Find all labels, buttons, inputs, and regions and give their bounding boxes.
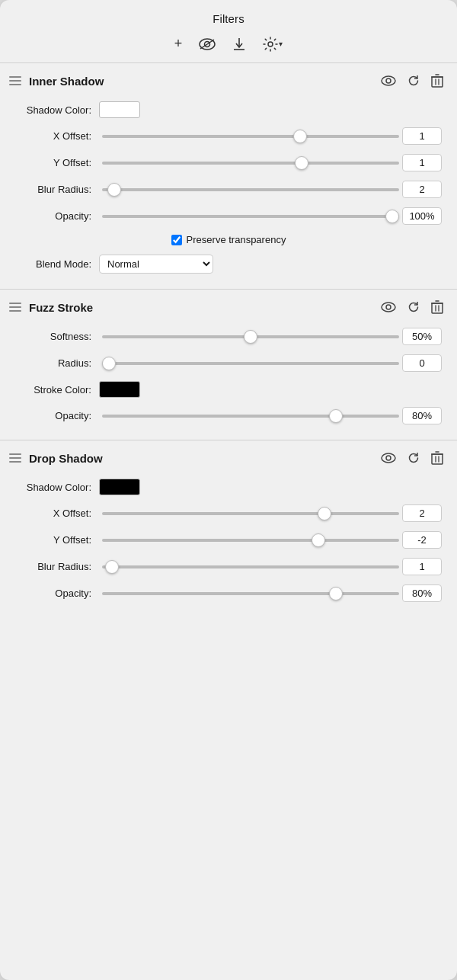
- svg-point-7: [386, 78, 391, 83]
- gear-icon: [263, 37, 278, 52]
- fuzz-radius-value[interactable]: [402, 354, 442, 372]
- drop-shadow-reset-button[interactable]: [405, 450, 422, 466]
- drop-shadow-x-value[interactable]: [402, 504, 442, 522]
- drag-handle-fuzz-stroke[interactable]: [9, 303, 21, 312]
- fuzz-radius-slider-wrap: [99, 362, 402, 365]
- preserve-transparency-checkbox[interactable]: [171, 235, 182, 245]
- inner-shadow-x-slider[interactable]: [102, 135, 399, 138]
- add-icon: +: [174, 36, 183, 52]
- inner-shadow-opacity-row: Opacity:: [0, 203, 457, 229]
- gear-button[interactable]: ▾: [260, 35, 286, 53]
- drop-shadow-opacity-slider-wrap: [99, 592, 402, 595]
- download-button[interactable]: [229, 36, 249, 53]
- inner-shadow-icons: [379, 72, 445, 89]
- toolbar: + ▾: [0, 30, 457, 62]
- drop-shadow-color-row: Shadow Color:: [0, 474, 457, 500]
- drop-shadow-y-label: Y Offset:: [15, 534, 99, 546]
- fuzz-stroke-title: Fuzz Stroke: [29, 301, 379, 314]
- panel-title: Filters: [0, 0, 457, 30]
- drop-shadow-opacity-value[interactable]: [402, 584, 442, 602]
- inner-shadow-blur-label: Blur Radius:: [15, 184, 99, 195]
- fuzz-stroke-header: Fuzz Stroke: [0, 290, 457, 323]
- fuzz-stroke-section: Fuzz Stroke: [0, 289, 457, 440]
- fuzz-opacity-value[interactable]: [402, 407, 442, 424]
- drop-shadow-section: Drop Shadow: [0, 440, 457, 617]
- filters-panel: Filters + ▾: [0, 0, 457, 980]
- drag-handle-drop-shadow[interactable]: [9, 453, 21, 463]
- inner-shadow-color-row: Shadow Color:: [0, 97, 457, 123]
- inner-shadow-x-value[interactable]: [402, 127, 442, 145]
- inner-shadow-visibility-button[interactable]: [379, 74, 398, 88]
- blend-mode-row: Blend Mode: Normal Multiply Screen Overl…: [0, 250, 457, 278]
- fuzz-softness-slider[interactable]: [102, 335, 399, 338]
- fuzz-opacity-label: Opacity:: [15, 410, 99, 421]
- reset-icon: [407, 451, 420, 465]
- inner-shadow-color-swatch[interactable]: [99, 101, 140, 118]
- inner-shadow-blur-value[interactable]: [402, 181, 442, 198]
- fuzz-softness-slider-wrap: [99, 335, 402, 338]
- inner-shadow-y-slider[interactable]: [102, 162, 399, 165]
- inner-shadow-delete-button[interactable]: [430, 72, 445, 89]
- fuzz-softness-row: Softness:: [0, 323, 457, 350]
- inner-shadow-x-slider-wrap: [99, 135, 402, 138]
- trash-icon: [431, 74, 443, 88]
- fuzz-opacity-row: Opacity:: [0, 402, 457, 429]
- reset-icon: [407, 300, 420, 314]
- drop-shadow-opacity-row: Opacity:: [0, 580, 457, 607]
- inner-shadow-x-label: X Offset:: [15, 130, 99, 142]
- fuzz-stroke-reset-button[interactable]: [405, 299, 422, 315]
- blend-mode-select[interactable]: Normal Multiply Screen Overlay Darken Li…: [99, 255, 213, 274]
- fuzz-softness-label: Softness:: [15, 331, 99, 342]
- add-button[interactable]: +: [171, 34, 186, 53]
- trash-icon: [431, 451, 443, 465]
- inner-shadow-x-row: X Offset:: [0, 123, 457, 149]
- reset-icon: [407, 74, 420, 88]
- drop-shadow-title: Drop Shadow: [29, 452, 379, 465]
- drag-handle-inner-shadow[interactable]: [9, 76, 21, 85]
- eye-button[interactable]: [196, 37, 219, 52]
- drop-shadow-x-slider[interactable]: [102, 512, 399, 515]
- blend-mode-label: Blend Mode:: [15, 258, 99, 270]
- eye-icon: [381, 453, 396, 463]
- fuzz-radius-label: Radius:: [15, 357, 99, 369]
- drop-shadow-y-slider[interactable]: [102, 539, 399, 542]
- preserve-transparency-row: Preserve transparency: [0, 229, 457, 250]
- fuzz-radius-slider[interactable]: [102, 362, 399, 365]
- eye-icon: [381, 302, 396, 312]
- inner-shadow-reset-button[interactable]: [405, 72, 422, 89]
- drop-shadow-header: Drop Shadow: [0, 440, 457, 474]
- inner-shadow-blur-slider[interactable]: [102, 188, 399, 191]
- drop-shadow-delete-button[interactable]: [430, 450, 445, 466]
- inner-shadow-opacity-slider[interactable]: [102, 215, 399, 218]
- svg-point-20: [382, 453, 395, 463]
- fuzz-stroke-visibility-button[interactable]: [379, 300, 398, 314]
- drop-shadow-visibility-button[interactable]: [379, 451, 398, 465]
- fuzz-stroke-color-label: Stroke Color:: [15, 384, 99, 396]
- inner-shadow-y-slider-wrap: [99, 162, 402, 165]
- drop-shadow-y-value[interactable]: [402, 531, 442, 549]
- eye-icon: [199, 38, 216, 50]
- drop-shadow-color-swatch[interactable]: [99, 479, 140, 495]
- drop-shadow-opacity-slider[interactable]: [102, 592, 399, 595]
- svg-point-21: [386, 456, 391, 460]
- download-icon: [232, 37, 246, 51]
- inner-shadow-opacity-value[interactable]: [402, 207, 442, 225]
- inner-shadow-blur-row: Blur Radius:: [0, 176, 457, 203]
- fuzz-opacity-slider-wrap: [99, 415, 402, 418]
- drop-shadow-icons: [379, 450, 445, 466]
- fuzz-stroke-color-swatch[interactable]: [99, 381, 140, 398]
- gear-dropdown-arrow: ▾: [279, 40, 283, 48]
- drop-shadow-x-label: X Offset:: [15, 508, 99, 519]
- svg-rect-8: [432, 77, 443, 87]
- drop-shadow-blur-slider[interactable]: [102, 565, 399, 568]
- drop-shadow-blur-value[interactable]: [402, 558, 442, 575]
- preserve-transparency-label[interactable]: Preserve transparency: [187, 234, 286, 245]
- inner-shadow-color-label: Shadow Color:: [15, 104, 99, 116]
- fuzz-radius-row: Radius:: [0, 350, 457, 376]
- svg-rect-22: [432, 454, 443, 464]
- svg-point-14: [386, 305, 391, 309]
- fuzz-opacity-slider[interactable]: [102, 415, 399, 418]
- inner-shadow-y-value[interactable]: [402, 154, 442, 171]
- fuzz-softness-value[interactable]: [402, 328, 442, 345]
- fuzz-stroke-delete-button[interactable]: [430, 299, 445, 315]
